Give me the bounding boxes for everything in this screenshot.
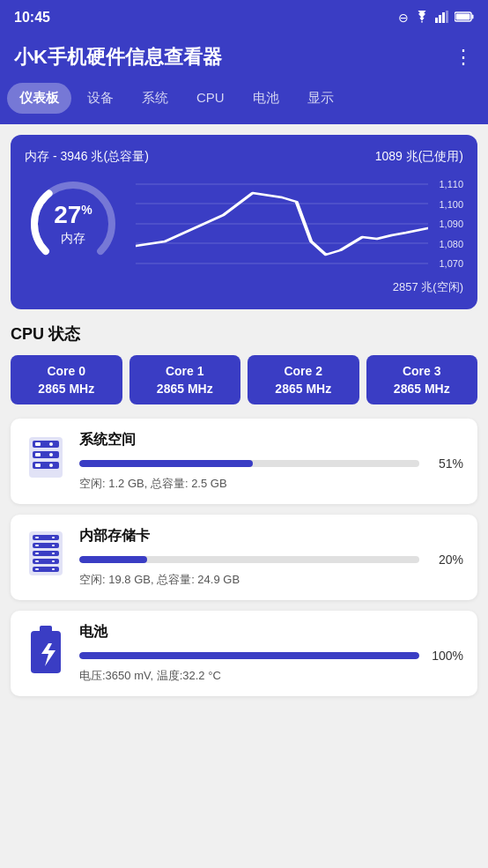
cpu-section-title: CPU 状态: [11, 323, 477, 345]
signal-icon: [435, 11, 449, 26]
memory-gauge: 27% 内存: [25, 175, 122, 272]
battery-bar-row: 100%: [79, 649, 463, 663]
svg-rect-3: [446, 11, 448, 23]
system-space-bar-bg: [79, 460, 419, 467]
svg-rect-34: [35, 568, 39, 570]
memory-header: 内存 - 3946 兆(总容量) 1089 兆(已使用): [25, 149, 463, 165]
app-header: 小K手机硬件信息查看器 ⋮: [0, 35, 488, 83]
main-content: 内存 - 3946 兆(总容量) 1089 兆(已使用) 27% 内存: [0, 124, 488, 717]
battery-percent: 100%: [428, 649, 463, 663]
cpu-cores: Core 0 2865 MHz Core 1 2865 MHz Core 2 2…: [11, 355, 477, 404]
cpu-core-1: Core 1 2865 MHz: [129, 355, 241, 404]
status-icons: ⊖: [398, 11, 474, 26]
battery-bar-fill: [79, 652, 419, 659]
tab-dashboard[interactable]: 仪表板: [7, 83, 71, 114]
memory-used-label: 1089 兆(已使用): [375, 149, 463, 165]
gauge-percent: 27%: [54, 201, 92, 229]
tab-battery[interactable]: 电池: [240, 83, 292, 114]
system-space-card: 系统空间 51% 空闲: 1.2 GB, 总容量: 2.5 GB: [11, 419, 477, 504]
svg-rect-39: [52, 568, 55, 570]
app-title: 小K手机硬件信息查看器: [14, 44, 222, 70]
svg-rect-32: [35, 553, 39, 554]
svg-rect-31: [35, 545, 39, 546]
core-0-freq: 2865 MHz: [23, 382, 110, 396]
system-space-icon: [25, 431, 67, 484]
nav-tabs: 仪表板 设备 系统 CPU 电池 显示: [0, 83, 488, 124]
cpu-core-2: Core 2 2865 MHz: [248, 355, 359, 404]
cpu-core-3: Core 3 2865 MHz: [366, 355, 478, 404]
core-2-freq: 2865 MHz: [260, 382, 347, 396]
internal-storage-icon: [25, 527, 67, 580]
battery-status-icon: [455, 11, 474, 25]
battery-info: 电池 100% 电压:3650 mV, 温度:32.2 °C: [79, 623, 463, 684]
battery-card: 电池 100% 电压:3650 mV, 温度:32.2 °C: [11, 611, 477, 696]
svg-rect-21: [49, 442, 53, 446]
svg-rect-38: [52, 560, 55, 562]
tab-system[interactable]: 系统: [129, 83, 181, 114]
tab-display[interactable]: 显示: [295, 83, 346, 114]
tab-cpu[interactable]: CPU: [184, 83, 237, 114]
svg-rect-18: [35, 442, 41, 446]
tab-device[interactable]: 设备: [75, 83, 126, 114]
memory-footer: 2857 兆(空闲): [25, 279, 463, 295]
internal-storage-card: 内部存储卡 20% 空闲: 19.8 GB, 总容量: 24.9 GB: [11, 515, 477, 600]
svg-rect-6: [456, 14, 470, 20]
do-not-disturb-icon: ⊖: [398, 11, 409, 25]
memory-body: 27% 内存 1,110: [25, 175, 463, 272]
svg-rect-0: [435, 18, 438, 23]
internal-storage-bar-row: 20%: [79, 553, 463, 567]
svg-rect-30: [35, 537, 39, 538]
gauge-center: 27% 内存: [54, 201, 92, 247]
memory-total-label: 内存 - 3946 兆(总容量): [25, 149, 149, 165]
svg-rect-2: [442, 12, 445, 23]
core-0-name: Core 0: [23, 364, 110, 378]
cpu-core-0: Core 0 2865 MHz: [11, 355, 122, 404]
svg-rect-5: [472, 15, 474, 19]
svg-rect-19: [35, 453, 41, 456]
core-1-freq: 2865 MHz: [142, 382, 229, 396]
internal-storage-percent: 20%: [428, 553, 463, 567]
gauge-label: 内存: [54, 231, 92, 247]
system-space-detail: 空闲: 1.2 GB, 总容量: 2.5 GB: [79, 476, 463, 492]
system-space-bar-row: 51%: [79, 456, 463, 471]
system-space-percent: 51%: [428, 456, 463, 471]
core-3-freq: 2865 MHz: [379, 382, 466, 396]
battery-name: 电池: [79, 623, 463, 642]
memory-chart: 1,110 1,100 1,090 1,080 1,070: [136, 175, 463, 272]
svg-rect-36: [52, 545, 55, 546]
svg-rect-33: [35, 560, 39, 562]
svg-rect-1: [439, 15, 441, 23]
internal-storage-name: 内部存储卡: [79, 527, 463, 545]
system-space-bar-fill: [79, 460, 253, 467]
svg-rect-41: [40, 626, 52, 633]
internal-storage-bar-fill: [79, 556, 147, 563]
battery-detail: 电压:3650 mV, 温度:32.2 °C: [79, 668, 463, 684]
core-2-name: Core 2: [260, 364, 347, 378]
battery-card-icon: [25, 623, 67, 676]
core-3-name: Core 3: [379, 364, 466, 378]
internal-storage-bar-bg: [79, 556, 419, 563]
status-time: 10:45: [14, 10, 50, 26]
internal-storage-detail: 空闲: 19.8 GB, 总容量: 24.9 GB: [79, 572, 463, 588]
core-1-name: Core 1: [142, 364, 229, 378]
status-bar: 10:45 ⊖: [0, 0, 488, 35]
system-space-name: 系统空间: [79, 431, 463, 449]
system-space-info: 系统空间 51% 空闲: 1.2 GB, 总容量: 2.5 GB: [79, 431, 463, 492]
battery-bar-bg: [79, 652, 419, 659]
svg-rect-23: [49, 464, 53, 467]
svg-rect-20: [35, 464, 41, 467]
menu-button[interactable]: ⋮: [454, 46, 474, 69]
internal-storage-info: 内部存储卡 20% 空闲: 19.8 GB, 总容量: 24.9 GB: [79, 527, 463, 588]
svg-rect-37: [52, 553, 55, 554]
memory-card: 内存 - 3946 兆(总容量) 1089 兆(已使用) 27% 内存: [11, 135, 477, 309]
chart-yaxis: 1,110 1,100 1,090 1,080 1,070: [428, 175, 463, 272]
svg-rect-35: [52, 537, 55, 538]
wifi-icon: [414, 11, 430, 26]
svg-rect-22: [49, 453, 53, 456]
